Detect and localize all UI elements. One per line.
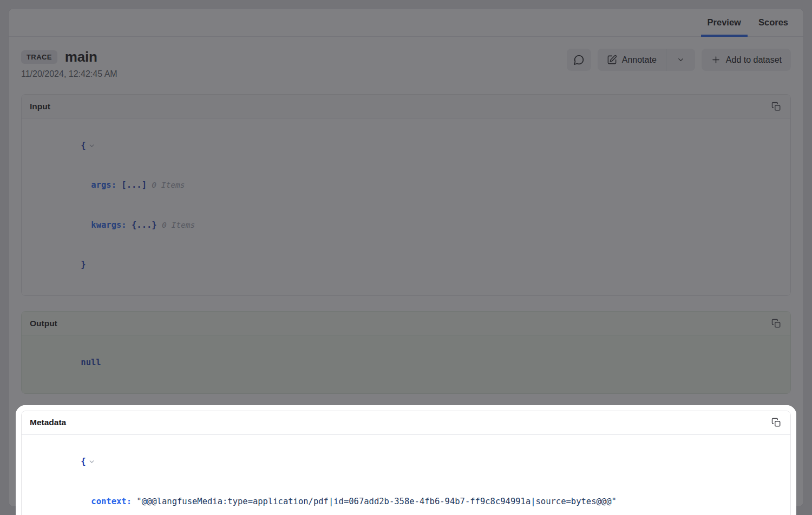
tab-preview[interactable]: Preview bbox=[701, 9, 748, 36]
json-collapsed-object[interactable]: {...} bbox=[132, 220, 157, 230]
annotate-split-button: Annotate bbox=[598, 49, 695, 71]
trace-header: TRACE main 11/20/2024, 12:42:45 AM bbox=[21, 49, 791, 79]
json-item-count: 0 Items bbox=[152, 181, 185, 189]
metadata-panel: Metadata { context: "@@@langfuseMedia:ty… bbox=[21, 411, 791, 515]
trace-toolbar: Annotate bbox=[567, 49, 791, 71]
json-string-value: "@@@langfuseMedia:type=application/pdf|i… bbox=[136, 497, 617, 506]
metadata-copy-button[interactable] bbox=[770, 417, 782, 428]
metadata-panel-header: Metadata bbox=[22, 411, 790, 435]
comment-icon bbox=[573, 54, 585, 65]
output-json-viewer: null bbox=[22, 335, 790, 393]
input-copy-button[interactable] bbox=[770, 101, 782, 113]
tab-scores[interactable]: Scores bbox=[752, 9, 795, 36]
input-panel: Input { args: [...] 0 Items bbox=[21, 94, 791, 296]
annotate-button[interactable]: Annotate bbox=[598, 49, 666, 71]
trace-timestamp: 11/20/2024, 12:42:45 AM bbox=[21, 69, 117, 79]
page-title: main bbox=[65, 49, 97, 65]
metadata-json-viewer: { context: "@@@langfuseMedia:type=applic… bbox=[22, 435, 790, 515]
input-json-viewer: { args: [...] 0 Items kwargs: {...} 0 It… bbox=[22, 118, 790, 295]
copy-icon bbox=[771, 102, 781, 111]
json-item-count: 0 Items bbox=[162, 221, 195, 229]
json-key: args: bbox=[91, 180, 116, 190]
output-panel: Output null bbox=[21, 311, 791, 394]
copy-icon bbox=[771, 418, 781, 427]
add-to-dataset-button[interactable]: Add to dataset bbox=[702, 49, 791, 71]
input-panel-title: Input bbox=[30, 102, 50, 111]
output-panel-header: Output bbox=[22, 312, 790, 335]
json-close-brace: } bbox=[81, 260, 86, 269]
copy-icon bbox=[771, 319, 781, 328]
json-collapsed-array[interactable]: [...] bbox=[121, 180, 147, 190]
json-key: context: bbox=[91, 497, 132, 506]
trace-content: TRACE main 11/20/2024, 12:42:45 AM bbox=[9, 49, 803, 515]
trace-type-badge: TRACE bbox=[21, 50, 57, 64]
edit-icon bbox=[607, 55, 617, 65]
trace-identity: TRACE main 11/20/2024, 12:42:45 AM bbox=[21, 49, 117, 79]
annotate-button-label: Annotate bbox=[622, 55, 657, 65]
output-panel-title: Output bbox=[30, 319, 57, 328]
plus-icon bbox=[711, 55, 721, 65]
json-open-brace: { bbox=[81, 141, 86, 150]
json-open-brace: { bbox=[81, 457, 86, 466]
input-panel-header: Input bbox=[22, 95, 790, 118]
annotate-dropdown-button[interactable] bbox=[666, 49, 695, 71]
metadata-panel-title: Metadata bbox=[30, 418, 66, 427]
tab-bar: Preview Scores bbox=[9, 9, 803, 37]
chevron-down-icon bbox=[677, 56, 685, 64]
json-null-value: null bbox=[81, 358, 101, 367]
collapse-chevron-icon[interactable] bbox=[88, 458, 95, 465]
collapse-chevron-icon[interactable] bbox=[88, 142, 95, 149]
trace-detail-card: Preview Scores TRACE main 11/20/2024, 12… bbox=[8, 8, 804, 507]
add-to-dataset-label: Add to dataset bbox=[726, 55, 782, 65]
json-key: kwargs: bbox=[91, 220, 126, 230]
output-copy-button[interactable] bbox=[770, 318, 782, 329]
comment-button[interactable] bbox=[567, 49, 591, 71]
